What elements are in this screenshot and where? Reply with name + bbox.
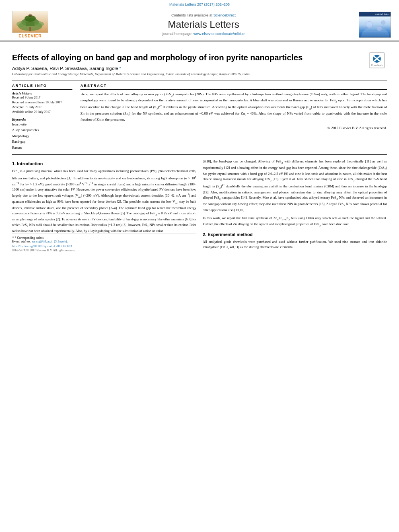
intro-paragraph-2: [9,10], the band-gap can be changed. All… bbox=[203, 159, 387, 213]
email-line: E-mail address: sarang@iitk.ac.in (S. In… bbox=[12, 240, 196, 243]
crossmark-badge[interactable]: CrossMark bbox=[367, 52, 387, 68]
svg-point-6 bbox=[29, 14, 32, 17]
svg-rect-3 bbox=[29, 27, 31, 31]
revised-date: Received in revised form 18 July 2017 bbox=[12, 100, 72, 105]
abstract-body: Here, we report the effects of zinc allo… bbox=[80, 92, 387, 123]
experimental-heading: 2. Experimental method bbox=[203, 232, 387, 237]
header-divider bbox=[12, 80, 387, 80]
authors: Aditya P. Saxena, Ravi P. Srivastava, Sa… bbox=[12, 66, 387, 71]
keyword-3: Morphology bbox=[12, 133, 72, 139]
homepage-url[interactable]: www.elsevier.com/locate/mlblue bbox=[193, 32, 245, 36]
svg-point-5 bbox=[34, 21, 44, 27]
elsevier-logo: ELSEVIER bbox=[8, 11, 52, 38]
intro-heading: 1. Introduction bbox=[12, 161, 196, 166]
svg-point-4 bbox=[16, 21, 26, 27]
footnote-area: * * Corresponding author. E-mail address… bbox=[12, 234, 196, 252]
svg-point-9 bbox=[377, 26, 382, 31]
article-history: Article history: Received 9 June 2017 Re… bbox=[12, 92, 72, 115]
journal-volume-info: Materials Letters 207 (2017) 202–205 bbox=[169, 2, 230, 6]
elsevier-brand-text: ELSEVIER bbox=[19, 34, 41, 38]
footnote-star: * bbox=[12, 236, 15, 240]
abstract-heading: ABSTRACT bbox=[80, 84, 387, 88]
journal-cover-image: materials letters bbox=[355, 11, 391, 38]
svg-point-10 bbox=[381, 21, 385, 25]
copyright-text: © 2017 Elsevier B.V. All rights reserved… bbox=[80, 126, 387, 130]
journal-title: Materials Letters bbox=[52, 19, 355, 30]
homepage-prefix: journal homepage: bbox=[162, 32, 193, 36]
accepted-date: Accepted 19 July 2017 bbox=[12, 105, 72, 110]
email-address[interactable]: sarang@iitk.ac.in (S. Ingole). bbox=[32, 240, 68, 243]
keywords-section: Keywords: Iron pyrite Alloy nanoparticle… bbox=[12, 118, 72, 150]
available-date: Available online 20 July 2017 bbox=[12, 110, 72, 115]
svg-point-8 bbox=[366, 21, 372, 28]
received-date: Received 9 June 2017 bbox=[12, 95, 72, 100]
intro-paragraph-3: In this work, we report the first time s… bbox=[203, 216, 387, 228]
corresponding-label: * Corresponding author. bbox=[15, 236, 44, 240]
contents-text: Contents lists available at bbox=[171, 13, 212, 17]
keywords-label: Keywords: bbox=[12, 118, 72, 121]
affiliation: Laboratory for Photovoltaic and Energy S… bbox=[12, 72, 387, 77]
content-divider bbox=[12, 154, 387, 155]
email-label-text: E-mail address: bbox=[12, 240, 31, 243]
journal-title-area: Contents lists available at ScienceDirec… bbox=[52, 11, 355, 38]
crossmark-label: CrossMark bbox=[371, 64, 383, 66]
doi-line[interactable]: http://dx.doi.org/10.1016/j.matlet.2017.… bbox=[12, 244, 196, 248]
history-label: Article history: bbox=[12, 92, 72, 95]
keyword-1: Iron pyrite bbox=[12, 121, 72, 127]
causing-word: causing bbox=[253, 184, 263, 188]
article-title: Effects of alloying on band gap and morp… bbox=[12, 52, 363, 63]
keyword-4: Band-gap bbox=[12, 139, 72, 144]
abstract-column: ABSTRACT Here, we report the effects of … bbox=[80, 84, 387, 150]
sciencedirect-availability: Contents lists available at ScienceDirec… bbox=[52, 13, 355, 17]
keyword-2: Alloy nanoparticles bbox=[12, 127, 72, 133]
body-left-column: 1. Introduction FeS2 is a promising mate… bbox=[12, 159, 196, 252]
issn-line: 0167-577X/© 2017 Elsevier B.V. All right… bbox=[12, 249, 196, 252]
experimental-paragraph-1: All analytical grade chemicals were purc… bbox=[203, 239, 387, 251]
sciencedirect-link[interactable]: ScienceDirect bbox=[214, 13, 236, 17]
article-info-column: ARTICLE INFO Article history: Received 9… bbox=[12, 84, 72, 150]
body-right-column: [9,10], the band-gap can be changed. All… bbox=[203, 159, 387, 252]
corresponding-author-note: * * Corresponding author. bbox=[12, 236, 196, 240]
svg-point-7 bbox=[361, 27, 389, 37]
journal-homepage: journal homepage: www.elsevier.com/locat… bbox=[52, 32, 355, 36]
keyword-5: Raman bbox=[12, 145, 72, 150]
article-info-heading: ARTICLE INFO bbox=[12, 84, 72, 88]
intro-paragraph-1: FeS2 is a promising material which has b… bbox=[12, 168, 196, 234]
